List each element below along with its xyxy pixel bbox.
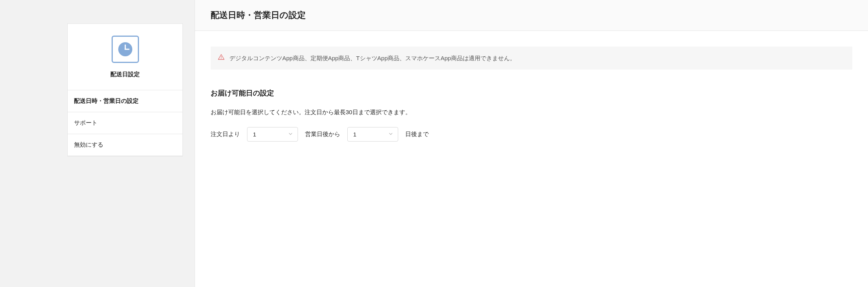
select-end[interactable]: 1	[347, 127, 398, 142]
select-end-wrap: 1	[347, 127, 398, 142]
svg-rect-3	[221, 56, 221, 58]
page-title: 配送日時・営業日の設定	[211, 9, 852, 21]
sidebar-menu: 配送日時・営業日の設定 サポート 無効にする	[68, 90, 182, 156]
sidebar-item-support[interactable]: サポート	[68, 112, 182, 134]
sidebar-title: 配送日設定	[76, 71, 175, 78]
label-middle: 営業日後から	[305, 131, 340, 138]
warning-icon	[218, 54, 225, 62]
section-title: お届け可能日の設定	[211, 88, 852, 98]
sidebar-item-label[interactable]: 無効にする	[68, 134, 182, 156]
delivery-range-row: 注文日より 1 営業日後から 1	[211, 127, 852, 142]
clock-icon	[112, 36, 139, 63]
alert-text: デジタルコンテンツApp商品、定期便App商品、TシャツApp商品、スマホケース…	[229, 53, 516, 63]
sidebar-header: 配送日設定	[68, 24, 182, 90]
main-header: 配送日時・営業日の設定	[195, 0, 868, 31]
sidebar-item-label[interactable]: 配送日時・営業日の設定	[68, 90, 182, 112]
select-start[interactable]: 1	[247, 127, 298, 142]
layout: 配送日設定 配送日時・営業日の設定 サポート 無効にする 配送日時・営業日の設定	[0, 0, 868, 287]
sidebar: 配送日設定 配送日時・営業日の設定 サポート 無効にする	[67, 23, 183, 156]
select-start-wrap: 1	[247, 127, 298, 142]
sidebar-item-delivery-settings[interactable]: 配送日時・営業日の設定	[68, 90, 182, 112]
main: 配送日時・営業日の設定 デジタルコンテンツApp商品、定期便App商品、Tシャツ…	[195, 0, 868, 287]
label-after: 日後まで	[405, 131, 429, 138]
label-before: 注文日より	[211, 131, 240, 138]
sidebar-item-label[interactable]: サポート	[68, 112, 182, 134]
svg-rect-4	[221, 58, 221, 59]
section-desc: お届け可能日を選択してください。注文日から最長30日まで選択できます。	[211, 109, 852, 116]
sidebar-item-disable[interactable]: 無効にする	[68, 134, 182, 156]
svg-rect-2	[125, 49, 129, 50]
main-body: デジタルコンテンツApp商品、定期便App商品、TシャツApp商品、スマホケース…	[195, 31, 868, 157]
alert-box: デジタルコンテンツApp商品、定期便App商品、TシャツApp商品、スマホケース…	[211, 47, 852, 70]
